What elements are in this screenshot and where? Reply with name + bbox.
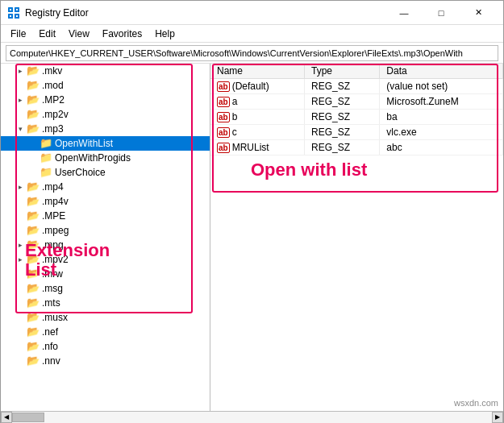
expand-btn-mp2v[interactable] <box>14 108 27 121</box>
expand-btn-mts[interactable] <box>14 297 27 309</box>
folder-icon-mpg: 📂 <box>27 238 40 251</box>
expand-btn-msg[interactable] <box>14 282 27 295</box>
tree-label-mod: .mod <box>42 80 64 91</box>
tree-item-mpeg[interactable]: 📂.mpeg <box>1 223 210 238</box>
expand-btn-MPE[interactable] <box>14 209 27 222</box>
tree-label-mts: .mts <box>42 297 60 309</box>
folder-icon-MP2: 📂 <box>27 93 40 106</box>
tree-item-musx[interactable]: 📂.musx <box>1 310 210 325</box>
cell-data-4: abc <box>380 140 503 156</box>
tree-item-OpenWithList[interactable]: 📁OpenWithList <box>1 136 210 151</box>
expand-btn-mp4v[interactable] <box>14 195 27 208</box>
expand-btn-mod[interactable] <box>14 79 27 92</box>
expand-btn-mp3[interactable]: ▾ <box>14 122 27 135</box>
tree-item-mod[interactable]: 📂.mod <box>1 78 210 93</box>
tree-label-MP2: .MP2 <box>42 94 65 106</box>
tree-item-mkv[interactable]: ▸📂.mkv <box>1 64 210 78</box>
cell-name-1: aba <box>210 94 305 110</box>
expand-btn-MP2[interactable]: ▸ <box>14 93 27 106</box>
window-title: Registry Editor <box>25 7 385 19</box>
folder-icon-OpenWithProgids: 📁 <box>40 151 52 164</box>
tree-label-nef: .nef <box>42 326 58 338</box>
table-row[interactable]: abcREG_SZvlc.exe <box>210 125 503 140</box>
menu-bar: FileEditViewFavoritesHelp <box>1 25 503 43</box>
folder-icon-nfo: 📂 <box>27 340 40 353</box>
expand-btn-mpeg[interactable] <box>14 224 27 237</box>
tree-label-mrw: .mrw <box>42 268 63 280</box>
address-input[interactable] <box>6 45 498 61</box>
table-row[interactable]: abMRUListREG_SZabc <box>210 140 503 156</box>
menu-item-view[interactable]: View <box>62 27 96 41</box>
window-controls: — □ ✕ <box>385 1 497 25</box>
expand-btn-UserChoice[interactable] <box>27 166 40 179</box>
scroll-left-button[interactable]: ◀ <box>1 412 12 423</box>
expand-btn-mkv[interactable]: ▸ <box>14 64 27 77</box>
menu-item-edit[interactable]: Edit <box>32 27 62 41</box>
menu-item-file[interactable]: File <box>4 27 32 41</box>
scroll-thumb[interactable] <box>12 413 44 422</box>
tree-label-nnv: .nnv <box>42 355 60 367</box>
address-bar <box>1 43 503 64</box>
table-row[interactable]: ab(Default)REG_SZ(value not set) <box>210 79 503 94</box>
tree-item-OpenWithProgids[interactable]: 📁OpenWithProgids <box>1 151 210 165</box>
title-bar: Registry Editor — □ ✕ <box>1 1 503 25</box>
close-button[interactable]: ✕ <box>460 1 497 25</box>
table-row[interactable]: abbREG_SZba <box>210 110 503 125</box>
tree-item-mp4[interactable]: ▸📂.mp4 <box>1 180 210 194</box>
scroll-right-button[interactable]: ▶ <box>492 412 503 423</box>
table-row[interactable]: abaREG_SZMicrosoft.ZuneM <box>210 94 503 110</box>
tree-panel: ▸📂.mkv📂.mod▸📂.MP2📂.mp2v▾📂.mp3📁OpenWithLi… <box>1 64 210 411</box>
cell-data-3: vlc.exe <box>380 125 503 140</box>
tree-label-musx: .musx <box>42 312 68 323</box>
tree-item-mts[interactable]: 📂.mts <box>1 296 210 310</box>
tree-item-MP2[interactable]: ▸📂.MP2 <box>1 93 210 107</box>
tree-item-mp2v[interactable]: 📂.mp2v <box>1 107 210 122</box>
app-icon <box>7 6 20 19</box>
tree-item-MPE[interactable]: 📂.MPE <box>1 209 210 223</box>
tree-item-mp4v[interactable]: 📂.mp4v <box>1 194 210 209</box>
svg-rect-4 <box>10 9 11 10</box>
maximize-button[interactable]: □ <box>423 1 460 25</box>
tree-label-mp2v: .mp2v <box>42 109 69 120</box>
expand-btn-nef[interactable] <box>14 326 27 338</box>
horizontal-scrollbar[interactable]: ◀ ▶ <box>1 411 503 422</box>
tree-label-MPE: .MPE <box>42 210 65 222</box>
tree-item-nnv[interactable]: 📂.nnv <box>1 354 210 368</box>
cell-type-1: REG_SZ <box>305 94 380 110</box>
scroll-track[interactable] <box>12 412 492 423</box>
reg-ab-icon-3: ab <box>217 127 230 138</box>
folder-icon-MPE: 📂 <box>27 209 40 222</box>
tree-item-nef[interactable]: 📂.nef <box>1 325 210 339</box>
cell-data-0: (value not set) <box>380 79 503 94</box>
tree-item-msg[interactable]: 📂.msg <box>1 281 210 296</box>
expand-btn-nnv[interactable] <box>14 355 27 367</box>
expand-btn-mp4[interactable]: ▸ <box>14 180 27 193</box>
cell-name-3: abc <box>210 125 305 140</box>
tree-item-UserChoice[interactable]: 📁UserChoice <box>1 165 210 180</box>
tree-label-mp4: .mp4 <box>42 181 64 193</box>
expand-btn-nfo[interactable] <box>14 340 27 353</box>
tree-item-nfo[interactable]: 📂.nfo <box>1 339 210 354</box>
expand-btn-OpenWithProgids[interactable] <box>27 151 40 164</box>
tree-item-mpv2[interactable]: ▸📂.mpv2 <box>1 252 210 267</box>
cell-name-2: abb <box>210 110 305 125</box>
registry-editor-window: Registry Editor — □ ✕ FileEditViewFavori… <box>0 0 504 423</box>
tree-item-mrw[interactable]: 📂.mrw <box>1 267 210 281</box>
tree-item-mp3[interactable]: ▾📂.mp3 <box>1 122 210 136</box>
tree-item-mpg[interactable]: ▸📂.mpg <box>1 238 210 252</box>
cell-name-0: ab(Default) <box>210 79 305 94</box>
svg-rect-5 <box>16 9 18 10</box>
folder-icon-mpeg: 📂 <box>27 224 40 237</box>
menu-item-help[interactable]: Help <box>148 27 181 41</box>
expand-btn-mpv2[interactable]: ▸ <box>14 253 27 266</box>
expand-btn-mrw[interactable] <box>14 267 27 280</box>
cell-type-3: REG_SZ <box>305 125 380 140</box>
menu-item-favorites[interactable]: Favorites <box>96 27 148 41</box>
svg-rect-6 <box>10 15 11 17</box>
expand-btn-OpenWithList[interactable] <box>27 137 40 150</box>
minimize-button[interactable]: — <box>385 1 423 25</box>
svg-rect-7 <box>16 15 18 17</box>
expand-btn-musx[interactable] <box>14 311 27 324</box>
expand-btn-mpg[interactable]: ▸ <box>14 238 27 251</box>
reg-ab-icon-0: ab <box>217 81 230 92</box>
